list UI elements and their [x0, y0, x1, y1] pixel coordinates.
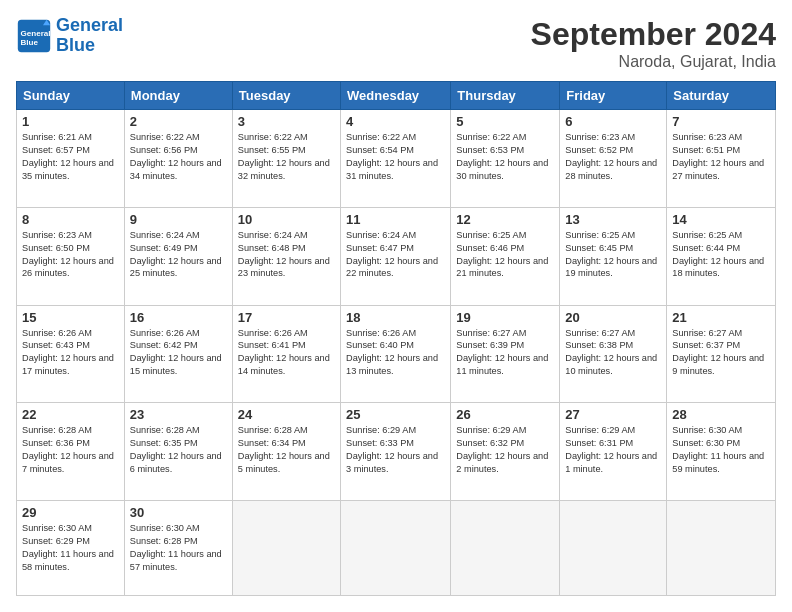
table-row: 25 Sunrise: 6:29 AM Sunset: 6:33 PM Dayl…: [341, 403, 451, 501]
day-number: 7: [672, 114, 770, 129]
day-detail: Sunrise: 6:30 AM Sunset: 6:30 PM Dayligh…: [672, 424, 770, 476]
table-row: [560, 501, 667, 596]
day-detail: Sunrise: 6:25 AM Sunset: 6:46 PM Dayligh…: [456, 229, 554, 281]
calendar-page: General Blue GeneralBlue September 2024 …: [0, 0, 792, 612]
calendar-table: Sunday Monday Tuesday Wednesday Thursday…: [16, 81, 776, 596]
table-row: 27 Sunrise: 6:29 AM Sunset: 6:31 PM Dayl…: [560, 403, 667, 501]
table-row: 21 Sunrise: 6:27 AM Sunset: 6:37 PM Dayl…: [667, 305, 776, 403]
day-number: 28: [672, 407, 770, 422]
table-row: [451, 501, 560, 596]
svg-text:General: General: [21, 29, 51, 38]
day-detail: Sunrise: 6:22 AM Sunset: 6:55 PM Dayligh…: [238, 131, 335, 183]
day-detail: Sunrise: 6:25 AM Sunset: 6:44 PM Dayligh…: [672, 229, 770, 281]
day-detail: Sunrise: 6:23 AM Sunset: 6:50 PM Dayligh…: [22, 229, 119, 281]
day-detail: Sunrise: 6:26 AM Sunset: 6:43 PM Dayligh…: [22, 327, 119, 379]
table-row: 19 Sunrise: 6:27 AM Sunset: 6:39 PM Dayl…: [451, 305, 560, 403]
day-detail: Sunrise: 6:28 AM Sunset: 6:35 PM Dayligh…: [130, 424, 227, 476]
title-block: September 2024 Naroda, Gujarat, India: [531, 16, 776, 71]
col-friday: Friday: [560, 82, 667, 110]
table-row: 22 Sunrise: 6:28 AM Sunset: 6:36 PM Dayl…: [17, 403, 125, 501]
day-detail: Sunrise: 6:24 AM Sunset: 6:48 PM Dayligh…: [238, 229, 335, 281]
day-number: 12: [456, 212, 554, 227]
day-number: 18: [346, 310, 445, 325]
calendar-week-1: 8 Sunrise: 6:23 AM Sunset: 6:50 PM Dayli…: [17, 207, 776, 305]
table-row: 6 Sunrise: 6:23 AM Sunset: 6:52 PM Dayli…: [560, 110, 667, 208]
day-detail: Sunrise: 6:24 AM Sunset: 6:49 PM Dayligh…: [130, 229, 227, 281]
table-row: 4 Sunrise: 6:22 AM Sunset: 6:54 PM Dayli…: [341, 110, 451, 208]
day-detail: Sunrise: 6:22 AM Sunset: 6:53 PM Dayligh…: [456, 131, 554, 183]
day-detail: Sunrise: 6:28 AM Sunset: 6:34 PM Dayligh…: [238, 424, 335, 476]
day-number: 3: [238, 114, 335, 129]
table-row: 9 Sunrise: 6:24 AM Sunset: 6:49 PM Dayli…: [124, 207, 232, 305]
logo-icon: General Blue: [16, 18, 52, 54]
day-detail: Sunrise: 6:26 AM Sunset: 6:41 PM Dayligh…: [238, 327, 335, 379]
day-detail: Sunrise: 6:24 AM Sunset: 6:47 PM Dayligh…: [346, 229, 445, 281]
col-thursday: Thursday: [451, 82, 560, 110]
table-row: 1 Sunrise: 6:21 AM Sunset: 6:57 PM Dayli…: [17, 110, 125, 208]
day-number: 20: [565, 310, 661, 325]
table-row: 12 Sunrise: 6:25 AM Sunset: 6:46 PM Dayl…: [451, 207, 560, 305]
day-detail: Sunrise: 6:25 AM Sunset: 6:45 PM Dayligh…: [565, 229, 661, 281]
calendar-week-3: 22 Sunrise: 6:28 AM Sunset: 6:36 PM Dayl…: [17, 403, 776, 501]
day-detail: Sunrise: 6:28 AM Sunset: 6:36 PM Dayligh…: [22, 424, 119, 476]
day-number: 8: [22, 212, 119, 227]
table-row: 30 Sunrise: 6:30 AM Sunset: 6:28 PM Dayl…: [124, 501, 232, 596]
day-detail: Sunrise: 6:23 AM Sunset: 6:51 PM Dayligh…: [672, 131, 770, 183]
day-detail: Sunrise: 6:27 AM Sunset: 6:37 PM Dayligh…: [672, 327, 770, 379]
day-number: 4: [346, 114, 445, 129]
table-row: 14 Sunrise: 6:25 AM Sunset: 6:44 PM Dayl…: [667, 207, 776, 305]
day-detail: Sunrise: 6:30 AM Sunset: 6:29 PM Dayligh…: [22, 522, 119, 574]
table-row: 18 Sunrise: 6:26 AM Sunset: 6:40 PM Dayl…: [341, 305, 451, 403]
table-row: 15 Sunrise: 6:26 AM Sunset: 6:43 PM Dayl…: [17, 305, 125, 403]
table-row: 16 Sunrise: 6:26 AM Sunset: 6:42 PM Dayl…: [124, 305, 232, 403]
day-detail: Sunrise: 6:27 AM Sunset: 6:38 PM Dayligh…: [565, 327, 661, 379]
month-title: September 2024: [531, 16, 776, 53]
table-row: 2 Sunrise: 6:22 AM Sunset: 6:56 PM Dayli…: [124, 110, 232, 208]
day-detail: Sunrise: 6:21 AM Sunset: 6:57 PM Dayligh…: [22, 131, 119, 183]
col-tuesday: Tuesday: [232, 82, 340, 110]
calendar-week-4: 29 Sunrise: 6:30 AM Sunset: 6:29 PM Dayl…: [17, 501, 776, 596]
day-number: 15: [22, 310, 119, 325]
logo-text: GeneralBlue: [56, 16, 123, 56]
table-row: 29 Sunrise: 6:30 AM Sunset: 6:29 PM Dayl…: [17, 501, 125, 596]
day-detail: Sunrise: 6:22 AM Sunset: 6:54 PM Dayligh…: [346, 131, 445, 183]
day-number: 24: [238, 407, 335, 422]
day-detail: Sunrise: 6:26 AM Sunset: 6:40 PM Dayligh…: [346, 327, 445, 379]
table-row: 8 Sunrise: 6:23 AM Sunset: 6:50 PM Dayli…: [17, 207, 125, 305]
day-detail: Sunrise: 6:29 AM Sunset: 6:32 PM Dayligh…: [456, 424, 554, 476]
day-number: 29: [22, 505, 119, 520]
day-detail: Sunrise: 6:29 AM Sunset: 6:33 PM Dayligh…: [346, 424, 445, 476]
table-row: 26 Sunrise: 6:29 AM Sunset: 6:32 PM Dayl…: [451, 403, 560, 501]
table-row: 13 Sunrise: 6:25 AM Sunset: 6:45 PM Dayl…: [560, 207, 667, 305]
day-number: 30: [130, 505, 227, 520]
table-row: 23 Sunrise: 6:28 AM Sunset: 6:35 PM Dayl…: [124, 403, 232, 501]
calendar-week-0: 1 Sunrise: 6:21 AM Sunset: 6:57 PM Dayli…: [17, 110, 776, 208]
day-number: 2: [130, 114, 227, 129]
col-saturday: Saturday: [667, 82, 776, 110]
calendar-week-2: 15 Sunrise: 6:26 AM Sunset: 6:43 PM Dayl…: [17, 305, 776, 403]
col-wednesday: Wednesday: [341, 82, 451, 110]
day-detail: Sunrise: 6:27 AM Sunset: 6:39 PM Dayligh…: [456, 327, 554, 379]
day-number: 26: [456, 407, 554, 422]
table-row: 24 Sunrise: 6:28 AM Sunset: 6:34 PM Dayl…: [232, 403, 340, 501]
day-number: 11: [346, 212, 445, 227]
day-number: 13: [565, 212, 661, 227]
table-row: 28 Sunrise: 6:30 AM Sunset: 6:30 PM Dayl…: [667, 403, 776, 501]
table-row: 11 Sunrise: 6:24 AM Sunset: 6:47 PM Dayl…: [341, 207, 451, 305]
day-number: 17: [238, 310, 335, 325]
day-number: 22: [22, 407, 119, 422]
day-number: 16: [130, 310, 227, 325]
day-detail: Sunrise: 6:22 AM Sunset: 6:56 PM Dayligh…: [130, 131, 227, 183]
day-number: 5: [456, 114, 554, 129]
table-row: 17 Sunrise: 6:26 AM Sunset: 6:41 PM Dayl…: [232, 305, 340, 403]
day-number: 25: [346, 407, 445, 422]
day-number: 27: [565, 407, 661, 422]
header-row: Sunday Monday Tuesday Wednesday Thursday…: [17, 82, 776, 110]
logo: General Blue GeneralBlue: [16, 16, 123, 56]
day-number: 14: [672, 212, 770, 227]
col-monday: Monday: [124, 82, 232, 110]
table-row: 7 Sunrise: 6:23 AM Sunset: 6:51 PM Dayli…: [667, 110, 776, 208]
table-row: 5 Sunrise: 6:22 AM Sunset: 6:53 PM Dayli…: [451, 110, 560, 208]
table-row: [667, 501, 776, 596]
svg-text:Blue: Blue: [21, 38, 39, 47]
